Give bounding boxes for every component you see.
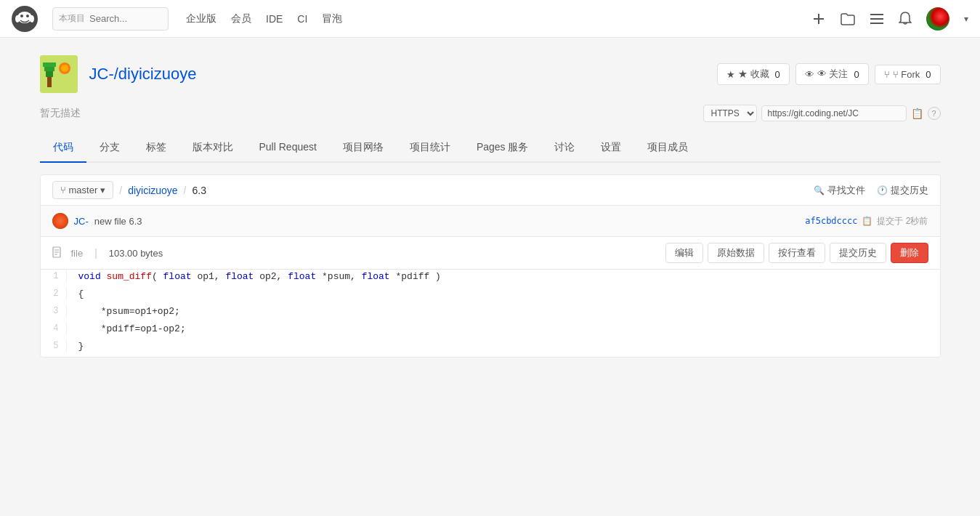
tab-tags[interactable]: 标签	[133, 134, 179, 163]
file-history-button[interactable]: 提交历史	[830, 243, 886, 263]
file-separator: |	[94, 247, 97, 259]
svg-rect-12	[47, 76, 52, 87]
commit-right: af5cbdcccc 📋 提交于 2秒前	[805, 215, 928, 227]
watch-button[interactable]: 👁 👁 关注 0	[795, 63, 869, 85]
file-info-row: file | 103.00 bytes 编辑 原始数据 按行查看 提交历史 删除	[41, 237, 940, 270]
avatar-dropdown-icon[interactable]: ▾	[964, 14, 968, 24]
nav-enterprise[interactable]: 企业版	[186, 12, 216, 25]
project-actions: ★ ★ 收藏 0 👁 👁 关注 0 ⑂ ⑂ Fork 0	[717, 63, 941, 85]
add-icon[interactable]	[811, 12, 826, 26]
code-line: 5 }	[41, 339, 940, 357]
description-text: 暂无描述	[40, 107, 81, 120]
fork-label: ⑂ Fork	[893, 69, 920, 80]
path-separator: /	[184, 185, 187, 196]
code-content: 1 void sum_diff( float op1, float op2, f…	[41, 270, 940, 357]
commit-history-link[interactable]: 🕐 提交历史	[877, 184, 928, 197]
tab-settings[interactable]: 设置	[588, 134, 634, 163]
search-box[interactable]: 本项目	[52, 7, 169, 31]
raw-button[interactable]: 原始数据	[708, 243, 764, 263]
protocol-select[interactable]: HTTPS SSH	[703, 105, 757, 122]
file-type-label: file	[71, 248, 84, 259]
line-code: *pdiff=op1-op2;	[67, 322, 198, 336]
fork-icon: ⑂	[884, 69, 890, 80]
edit-button[interactable]: 编辑	[665, 243, 703, 263]
path-repo-link[interactable]: diyicizuoye	[128, 185, 177, 196]
branch-selector[interactable]: ⑂ master ▾	[52, 181, 114, 199]
svg-rect-11	[40, 55, 78, 93]
main-content: JC-/diyicizuoye ★ ★ 收藏 0 👁 👁 关注 0 ⑂ ⑂ Fo…	[25, 38, 955, 375]
code-line: 1 void sum_diff( float op1, float op2, f…	[41, 270, 940, 287]
folder-icon[interactable]	[841, 12, 855, 25]
line-number: 1	[41, 270, 67, 283]
find-file-link[interactable]: 🔍 寻找文件	[814, 184, 865, 197]
nav-ci[interactable]: CI	[297, 13, 307, 25]
menu-icon[interactable]	[870, 13, 884, 25]
tab-compare[interactable]: 版本对比	[179, 134, 246, 163]
repo-url-input[interactable]	[761, 105, 907, 121]
search-scope-label: 本项目	[59, 12, 85, 25]
project-avatar	[40, 55, 78, 93]
svg-rect-15	[43, 63, 56, 67]
repo-url-group: HTTPS SSH 📋 ?	[703, 105, 941, 122]
logo[interactable]	[12, 6, 38, 32]
project-description-row: 暂无描述 HTTPS SSH 📋 ?	[40, 105, 941, 122]
commit-user-name[interactable]: JC-	[74, 216, 89, 227]
avatar[interactable]	[926, 7, 949, 31]
line-code: }	[67, 339, 96, 353]
svg-point-5	[30, 15, 34, 23]
code-line: 2 {	[41, 287, 940, 305]
search-icon: 🔍	[814, 185, 825, 195]
tab-code[interactable]: 代码	[40, 134, 86, 163]
tab-pullrequest[interactable]: Pull Request	[246, 134, 330, 163]
topnav-links: 企业版 会员 IDE CI 冒泡	[186, 12, 342, 25]
bell-icon[interactable]	[899, 12, 912, 26]
eye-icon: 👁	[805, 69, 814, 80]
help-icon[interactable]: ?	[928, 107, 941, 120]
star-label: ★ 收藏	[738, 68, 769, 81]
commit-user-avatar	[52, 213, 68, 229]
code-line: 3 *psum=op1+op2;	[41, 305, 940, 322]
tab-pages[interactable]: Pages 服务	[463, 134, 542, 163]
watch-label: 👁 关注	[817, 68, 849, 81]
branch-name: master	[69, 185, 98, 195]
star-button[interactable]: ★ ★ 收藏 0	[717, 63, 790, 85]
nav-member[interactable]: 会员	[231, 12, 251, 25]
commit-hash[interactable]: af5cbdcccc	[805, 216, 857, 226]
line-number: 3	[41, 305, 67, 318]
tab-branches[interactable]: 分支	[86, 134, 133, 163]
star-icon: ★	[726, 69, 735, 80]
line-number: 5	[41, 339, 67, 352]
copy-icon[interactable]: 📋	[911, 108, 923, 119]
tab-network[interactable]: 项目网络	[330, 134, 397, 163]
line-code: {	[67, 287, 96, 301]
branch-info: ⑂ master ▾ / diyicizuoye / 6.3	[52, 181, 206, 199]
nav-ide[interactable]: IDE	[266, 13, 283, 25]
tab-discuss[interactable]: 讨论	[541, 134, 588, 163]
delete-button[interactable]: 删除	[891, 243, 928, 263]
fork-button[interactable]: ⑂ ⑂ Fork 0	[875, 65, 941, 84]
code-toolbar: ⑂ master ▾ / diyicizuoye / 6.3 🔍 寻找文件 🕐 …	[41, 175, 940, 206]
tab-members[interactable]: 项目成员	[634, 134, 701, 163]
svg-point-2	[20, 15, 23, 17]
project-title-group: JC-/diyicizuoye	[40, 55, 197, 93]
topnav-right: ▾	[811, 7, 968, 31]
copy-hash-icon[interactable]: 📋	[862, 216, 872, 226]
svg-point-3	[26, 15, 29, 17]
blame-button[interactable]: 按行查看	[769, 243, 825, 263]
code-tabs: 代码 分支 标签 版本对比 Pull Request 项目网络 项目统计 Pag…	[40, 134, 941, 163]
code-section: ⑂ master ▾ / diyicizuoye / 6.3 🔍 寻找文件 🕐 …	[40, 174, 941, 358]
watch-count: 0	[854, 69, 859, 80]
commit-message: new file 6.3	[94, 216, 142, 227]
svg-point-1	[17, 12, 32, 23]
code-line: 4 *pdiff=op1-op2;	[41, 322, 940, 339]
commit-info: JC- new file 6.3 af5cbdcccc 📋 提交于 2秒前	[41, 206, 940, 237]
topnav: 本项目 企业版 会员 IDE CI 冒泡 ▾	[0, 0, 980, 38]
clock-icon: 🕐	[877, 185, 888, 195]
branch-dropdown-icon: ▾	[100, 185, 105, 195]
tab-stats[interactable]: 项目统计	[397, 134, 463, 163]
nav-bubble[interactable]: 冒泡	[322, 12, 342, 25]
search-input[interactable]	[89, 13, 147, 24]
project-name[interactable]: JC-/diyicizuoye	[89, 65, 197, 84]
file-buttons: 编辑 原始数据 按行查看 提交历史 删除	[665, 243, 928, 263]
line-number: 4	[41, 322, 67, 335]
